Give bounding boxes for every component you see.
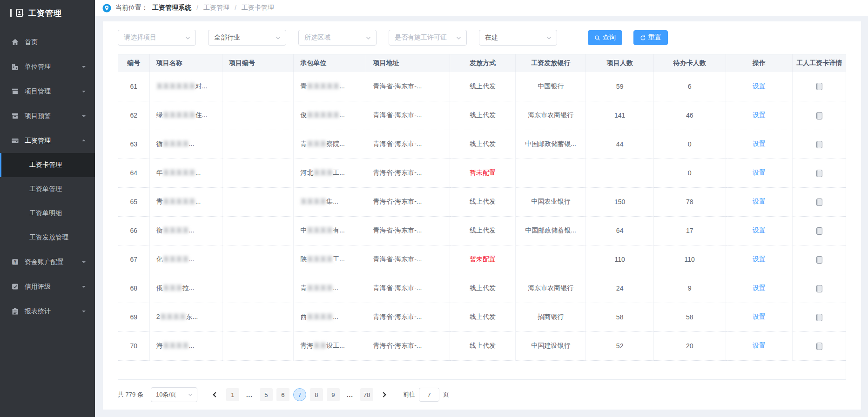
alert-icon <box>11 112 19 120</box>
settings-link[interactable]: 设置 <box>753 255 766 263</box>
wage-card-detail-icon[interactable] <box>816 256 822 264</box>
page-size-select[interactable]: 10条/页 <box>151 387 197 402</box>
settings-link[interactable]: 设置 <box>753 111 766 119</box>
cell-worker-count: 58 <box>586 303 653 331</box>
page-button-1[interactable]: 1 <box>226 388 239 401</box>
cell-address: 青海省-海东市-... <box>366 216 450 245</box>
settings-link[interactable]: 设置 <box>753 140 766 147</box>
settings-link[interactable]: 设置 <box>753 226 766 234</box>
cell-worker-count: 141 <box>586 101 653 130</box>
sidebar-item-project-management[interactable]: 项目管理 <box>0 79 95 104</box>
cell-project-code <box>222 274 294 303</box>
wage-card-detail-icon[interactable] <box>816 285 822 292</box>
region-select[interactable]: 所选区域 <box>298 30 377 46</box>
cell-address: 青海省-海东市-... <box>366 303 450 331</box>
settings-link[interactable]: 设置 <box>753 82 766 90</box>
cell-worker-count: 110 <box>586 245 653 274</box>
cell-id: 70 <box>118 331 149 360</box>
money-icon: ¥ <box>11 258 19 266</box>
payroll-logo-icon <box>15 8 25 18</box>
breadcrumb-separator: / <box>196 4 198 12</box>
page-button-9[interactable]: 9 <box>327 388 340 401</box>
cell-action: 设置 <box>726 72 793 101</box>
wage-card-detail-icon[interactable] <box>816 170 822 177</box>
status-select[interactable]: 在建 <box>479 30 557 46</box>
cell-project-name: 衡某某某某... <box>149 216 222 245</box>
building-icon <box>11 63 19 71</box>
permit-select[interactable]: 是否有施工许可证 <box>389 30 467 46</box>
sidebar-item-label: 项目预警 <box>25 112 82 120</box>
page-button-7[interactable]: 7 <box>293 388 306 401</box>
page-ellipsis[interactable]: ... <box>243 388 256 401</box>
search-button[interactable]: 查询 <box>588 30 622 45</box>
sidebar-item-salary-management[interactable]: 工资管理 <box>0 128 95 153</box>
settings-link[interactable]: 设置 <box>753 169 766 176</box>
goto-label: 前往 <box>403 391 415 399</box>
project-icon <box>11 87 19 95</box>
wage-card-detail-icon[interactable] <box>816 112 822 119</box>
cell-id: 65 <box>118 187 149 216</box>
wallet-icon <box>11 137 19 145</box>
reset-button[interactable]: 重置 <box>633 30 668 45</box>
cell-action: 设置 <box>726 159 793 187</box>
page-button-6[interactable]: 6 <box>276 388 289 401</box>
sidebar-subitem-label: 工资卡管理 <box>29 161 62 169</box>
cell-address: 青海省-海东市-... <box>366 187 450 216</box>
page-button-5[interactable]: 5 <box>260 388 273 401</box>
wage-card-detail-icon[interactable] <box>816 314 822 321</box>
sidebar-item-label: 项目管理 <box>25 87 82 96</box>
page-jump-input[interactable] <box>419 388 439 402</box>
chevron-left-icon <box>213 392 218 397</box>
wage-card-detail-icon[interactable] <box>816 83 822 90</box>
cell-payout-method: 线上代发 <box>450 274 516 303</box>
cell-worker-count: 150 <box>586 187 653 216</box>
breadcrumb-item-salary-management[interactable]: 工资管理 <box>203 4 229 12</box>
wage-card-detail-icon[interactable] <box>816 343 822 350</box>
cell-address: 青海省-海东市-... <box>366 274 450 303</box>
cell-bank: 中国银行 <box>515 72 586 101</box>
cell-pending-cards: 46 <box>653 101 726 130</box>
column-header-4: 承包单位 <box>294 54 366 72</box>
sidebar-subitem-salary-card-management[interactable]: 工资卡管理 <box>0 153 95 177</box>
column-header-3: 项目编号 <box>222 54 294 72</box>
table-body: 61 某某某某某某对... 青某某某某某... 青海省-海东市-... 线上代发… <box>118 72 846 360</box>
sidebar-item-fund-account-config[interactable]: ¥ 资金账户配置 <box>0 250 95 274</box>
sidebar-subitem-salary-issue-management[interactable]: 工资发放管理 <box>0 225 95 250</box>
wage-card-detail-icon[interactable] <box>816 227 822 235</box>
settings-link[interactable]: 设置 <box>753 284 766 291</box>
settings-link[interactable]: 设置 <box>753 342 766 349</box>
sidebar-item-unit-management[interactable]: 单位管理 <box>0 54 95 79</box>
wage-card-detail-icon[interactable] <box>816 199 822 206</box>
industry-select[interactable]: 全部行业 <box>208 30 286 46</box>
sidebar-item-label: 工资管理 <box>25 137 82 145</box>
breadcrumb-item-salary-card[interactable]: 工资卡管理 <box>242 4 274 12</box>
page-button-78[interactable]: 78 <box>360 388 373 401</box>
settings-link[interactable]: 设置 <box>753 313 766 320</box>
sidebar-subitem-payroll-detail[interactable]: 工资单明细 <box>0 201 95 225</box>
next-page-button[interactable] <box>378 388 391 401</box>
cell-pending-cards: 58 <box>653 303 726 331</box>
sidebar-item-credit-rating[interactable]: 信用评级 <box>0 274 95 299</box>
goto-suffix: 页 <box>443 391 449 399</box>
settings-link[interactable]: 设置 <box>753 198 766 205</box>
sidebar-item-report-statistics[interactable]: 报表统计 <box>0 299 95 324</box>
prev-page-button[interactable] <box>209 388 222 401</box>
cell-project-code <box>222 72 294 101</box>
sidebar-subitem-payroll-management[interactable]: 工资单管理 <box>0 177 95 201</box>
page-ellipsis[interactable]: ... <box>343 388 357 401</box>
cell-bank: 中国邮政储蓄银... <box>515 130 586 159</box>
page-button-8[interactable]: 8 <box>310 388 323 401</box>
breadcrumb-root[interactable]: 工资管理系统 <box>152 4 191 12</box>
sidebar-item-project-alert[interactable]: 项目预警 <box>0 104 95 128</box>
project-select[interactable]: 请选择项目 <box>118 30 196 46</box>
cell-pending-cards: 78 <box>653 187 726 216</box>
wage-card-detail-icon[interactable] <box>816 141 822 148</box>
sidebar-item-home[interactable]: 首页 <box>0 30 95 54</box>
cell-bank: 中国农业银行 <box>515 187 586 216</box>
cell-contractor: 青某某某察院... <box>294 130 366 159</box>
location-pin-icon <box>102 4 111 13</box>
cell-pending-cards: 110 <box>653 245 726 274</box>
table-row: 62 绿某某某某某住... 俊某某某某某... 青海省-海东市-... 线上代发… <box>118 101 846 130</box>
cell-card-detail <box>793 187 846 216</box>
cell-worker-count <box>586 159 653 187</box>
